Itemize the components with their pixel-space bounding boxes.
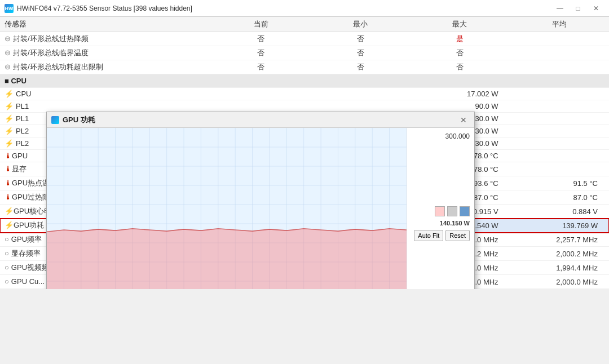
sensor-avg: 91.5 °C bbox=[510, 176, 609, 190]
col-header-current: 当前 bbox=[211, 17, 311, 32]
sensor-name: ⚡CPU bbox=[0, 88, 211, 100]
sensor-avg bbox=[510, 88, 609, 100]
col-header-max: 最大 bbox=[410, 17, 509, 32]
popup-app-icon bbox=[51, 116, 59, 124]
sensor-avg bbox=[510, 125, 609, 137]
sensor-max: 17.002 W bbox=[410, 88, 509, 100]
sensor-avg: 0.884 V bbox=[510, 205, 609, 219]
legend-blue[interactable] bbox=[460, 206, 470, 216]
chart-area bbox=[47, 128, 407, 289]
legend-gray[interactable] bbox=[447, 206, 457, 216]
popup-title: GPU 功耗 bbox=[63, 115, 95, 125]
minimize-button[interactable]: — bbox=[551, 3, 568, 14]
section-label: ■ CPU bbox=[0, 74, 609, 88]
title-bar: HW HWiNFO64 v7.72-5355 Sensor Status [39… bbox=[0, 0, 609, 17]
table-row[interactable]: ⊖封装/环形总线功耗超出限制 否 否 否 bbox=[0, 60, 609, 74]
sensor-name: ⊖封装/环形总线过热降频 bbox=[0, 32, 211, 46]
sensor-current: 否 bbox=[211, 60, 311, 74]
sensor-avg bbox=[510, 150, 609, 162]
sensor-current bbox=[211, 100, 311, 113]
col-header-min: 最小 bbox=[311, 17, 410, 32]
table-row[interactable]: ⊖封装/环形总线临界温度 否 否 否 bbox=[0, 46, 609, 60]
sensor-max: 90.0 W bbox=[410, 100, 509, 113]
sensor-avg bbox=[510, 60, 609, 74]
table-row[interactable]: ⊖封装/环形总线过热降频 否 否 是 bbox=[0, 32, 609, 46]
table-row[interactable]: ⚡CPU 17.002 W bbox=[0, 88, 609, 100]
sensor-avg: 139.769 W bbox=[510, 219, 609, 233]
y-max-label: 300.000 bbox=[412, 132, 470, 140]
sensor-avg: 1,994.4 MHz bbox=[510, 261, 609, 275]
sensor-max: 否 bbox=[410, 60, 509, 74]
sensor-min bbox=[311, 88, 410, 100]
chart-button-row: Auto Fit Reset bbox=[412, 230, 470, 241]
title-controls: — □ ✕ bbox=[551, 3, 604, 14]
popup-title-left: GPU 功耗 bbox=[51, 115, 95, 125]
sensor-name: ⚡PL1 bbox=[0, 100, 211, 113]
chart-controls-panel: 300.000 140.150 W Auto Fit Reset 0.000 bbox=[407, 128, 474, 289]
content-area: 传感器 当前 最小 最大 平均 ⊖封装/环形总线过热降频 否 否 是 bbox=[0, 17, 609, 289]
maximize-button[interactable]: □ bbox=[570, 3, 586, 14]
sensor-min: 否 bbox=[311, 46, 410, 60]
sensor-avg: 87.0 °C bbox=[510, 190, 609, 205]
power-chart bbox=[47, 128, 407, 289]
svg-marker-32 bbox=[47, 229, 407, 289]
y-mid-label: 140.150 W bbox=[412, 220, 470, 227]
sensor-min: 否 bbox=[311, 32, 410, 46]
table-header: 传感器 当前 最小 最大 平均 bbox=[0, 17, 609, 32]
sensor-avg bbox=[510, 137, 609, 150]
window-title: HWiNFO64 v7.72-5355 Sensor Status [398 v… bbox=[17, 5, 192, 12]
sensor-min bbox=[311, 100, 410, 113]
auto-fit-button[interactable]: Auto Fit bbox=[414, 230, 443, 241]
sensor-name: ⊖封装/环形总线临界温度 bbox=[0, 46, 211, 60]
sensor-min: 否 bbox=[311, 60, 410, 74]
color-legend bbox=[412, 206, 470, 216]
gpu-power-popup: GPU 功耗 ✕ bbox=[46, 112, 475, 289]
sensor-current bbox=[211, 88, 311, 100]
table-row[interactable]: ⚡PL1 90.0 W bbox=[0, 100, 609, 113]
sensor-avg bbox=[510, 46, 609, 60]
app-icon: HW bbox=[5, 4, 14, 13]
sensor-avg bbox=[510, 100, 609, 113]
sensor-avg: 2,000.2 MHz bbox=[510, 247, 609, 261]
sensor-name: ⊖封装/环形总线功耗超出限制 bbox=[0, 60, 211, 74]
close-button[interactable]: ✕ bbox=[588, 3, 604, 14]
popup-close-button[interactable]: ✕ bbox=[457, 114, 470, 126]
sensor-avg: 2,000.0 MHz bbox=[510, 275, 609, 289]
reset-button[interactable]: Reset bbox=[445, 230, 470, 241]
sensor-current: 否 bbox=[211, 46, 311, 60]
sensor-max: 否 bbox=[410, 46, 509, 60]
legend-pink[interactable] bbox=[435, 206, 445, 216]
sensor-current: 否 bbox=[211, 32, 311, 46]
main-window: HW HWiNFO64 v7.72-5355 Sensor Status [39… bbox=[0, 0, 609, 289]
sensor-max: 是 bbox=[410, 32, 509, 46]
sensor-avg: 2,257.7 MHz bbox=[510, 233, 609, 247]
col-header-avg: 平均 bbox=[510, 17, 609, 32]
title-bar-left: HW HWiNFO64 v7.72-5355 Sensor Status [39… bbox=[5, 4, 192, 13]
popup-titlebar: GPU 功耗 ✕ bbox=[47, 112, 474, 128]
sensor-avg bbox=[510, 32, 609, 46]
sensor-avg bbox=[510, 113, 609, 125]
sensor-avg bbox=[510, 162, 609, 176]
section-header-cpu: ■ CPU bbox=[0, 74, 609, 88]
popup-body: 300.000 140.150 W Auto Fit Reset 0.000 bbox=[47, 128, 474, 289]
col-header-name: 传感器 bbox=[0, 17, 211, 32]
